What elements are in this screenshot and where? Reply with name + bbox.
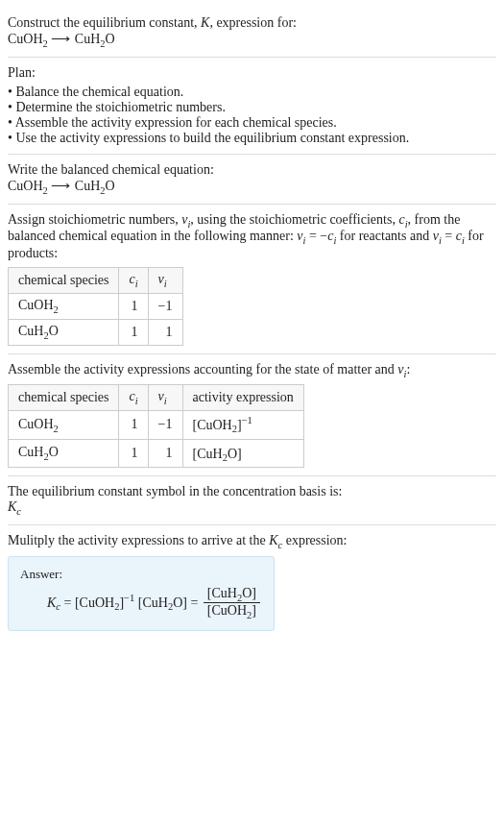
fraction: [CuH2O][CuOH2] bbox=[204, 586, 260, 621]
kc-symbol-section: The equilibrium constant symbol in the c… bbox=[8, 476, 496, 525]
plan-item: Balance the chemical equation. bbox=[8, 85, 496, 100]
balanced-label: Write the balanced chemical equation: bbox=[8, 162, 496, 178]
cell-species: CuOH2 bbox=[9, 293, 119, 319]
prompt-section: Construct the equilibrium constant, K, e… bbox=[8, 8, 496, 58]
col-ci: ci bbox=[119, 385, 148, 411]
table-row: CuOH2 1 −1 bbox=[9, 293, 183, 319]
plan-item: Determine the stoichiometric numbers. bbox=[8, 100, 496, 115]
equation-lhs: CuOH2 bbox=[8, 32, 48, 46]
cell-c: 1 bbox=[119, 319, 148, 345]
multiply-text: Mulitply the activity expressions to arr… bbox=[8, 533, 496, 550]
plan-list: Balance the chemical equation. Determine… bbox=[8, 85, 496, 146]
cell-species: CuOH2 bbox=[9, 411, 119, 439]
plan-section: Plan: Balance the chemical equation. Det… bbox=[8, 58, 496, 155]
arrow-icon: ⟶ bbox=[51, 179, 71, 193]
answer-equation: Kc = [CuOH2]−1 [CuH2O] = [CuH2O][CuOH2] bbox=[47, 586, 262, 621]
k-symbol: K bbox=[201, 15, 209, 30]
col-ci: ci bbox=[119, 268, 148, 294]
cell-nu: −1 bbox=[148, 293, 182, 319]
table-row: CuOH2 1 −1 [CuOH2]−1 bbox=[9, 411, 304, 439]
assign-text: Assign stoichiometric numbers, νi, using… bbox=[8, 212, 496, 262]
answer-box: Answer: Kc = [CuOH2]−1 [CuH2O] = [CuH2O]… bbox=[8, 556, 275, 632]
stoich-table: chemical species ci νi CuOH2 1 −1 CuH2O … bbox=[8, 267, 183, 345]
col-nui: νi bbox=[148, 385, 182, 411]
balanced-section: Write the balanced chemical equation: Cu… bbox=[8, 155, 496, 205]
col-nui: νi bbox=[148, 268, 182, 294]
kc-symbol-text: The equilibrium constant symbol in the c… bbox=[8, 484, 496, 499]
answer-section: Mulitply the activity expressions to arr… bbox=[8, 525, 496, 639]
activity-table: chemical species ci νi activity expressi… bbox=[8, 384, 304, 468]
plan-item: Use the activity expressions to build th… bbox=[8, 131, 496, 146]
cell-c: 1 bbox=[119, 439, 148, 467]
cell-activity: [CuOH2]−1 bbox=[182, 411, 303, 439]
plan-item: Assemble the activity expression for eac… bbox=[8, 115, 496, 131]
col-species: chemical species bbox=[9, 268, 119, 294]
plan-label: Plan: bbox=[8, 65, 496, 81]
assemble-section: Assemble the activity expressions accoun… bbox=[8, 354, 496, 477]
answer-label: Answer: bbox=[20, 567, 262, 582]
assign-section: Assign stoichiometric numbers, νi, using… bbox=[8, 205, 496, 354]
cell-species: CuH2O bbox=[9, 319, 119, 345]
prompt-text-b: , expression for: bbox=[209, 15, 297, 30]
col-activity: activity expression bbox=[182, 385, 303, 411]
cell-species: CuH2O bbox=[9, 439, 119, 467]
kc-symbol: Kc bbox=[8, 499, 496, 517]
assemble-text: Assemble the activity expressions accoun… bbox=[8, 362, 496, 379]
table-row: CuH2O 1 1 bbox=[9, 319, 183, 345]
arrow-icon: ⟶ bbox=[51, 32, 71, 46]
prompt-text-a: Construct the equilibrium constant, bbox=[8, 15, 201, 30]
table-row: CuH2O 1 1 [CuH2O] bbox=[9, 439, 304, 467]
prompt-line-1: Construct the equilibrium constant, K, e… bbox=[8, 15, 496, 31]
cell-activity: [CuH2O] bbox=[182, 439, 303, 467]
prompt-equation: CuOH2 ⟶ CuH2O bbox=[8, 31, 496, 49]
cell-nu: 1 bbox=[148, 319, 182, 345]
balanced-equation: CuOH2 ⟶ CuH2O bbox=[8, 178, 496, 196]
cell-c: 1 bbox=[119, 411, 148, 439]
cell-c: 1 bbox=[119, 293, 148, 319]
table-header-row: chemical species ci νi activity expressi… bbox=[9, 385, 304, 411]
cell-nu: 1 bbox=[148, 439, 182, 467]
equation-rhs: CuH2O bbox=[75, 32, 115, 46]
cell-nu: −1 bbox=[148, 411, 182, 439]
table-header-row: chemical species ci νi bbox=[9, 268, 183, 294]
col-species: chemical species bbox=[9, 385, 119, 411]
